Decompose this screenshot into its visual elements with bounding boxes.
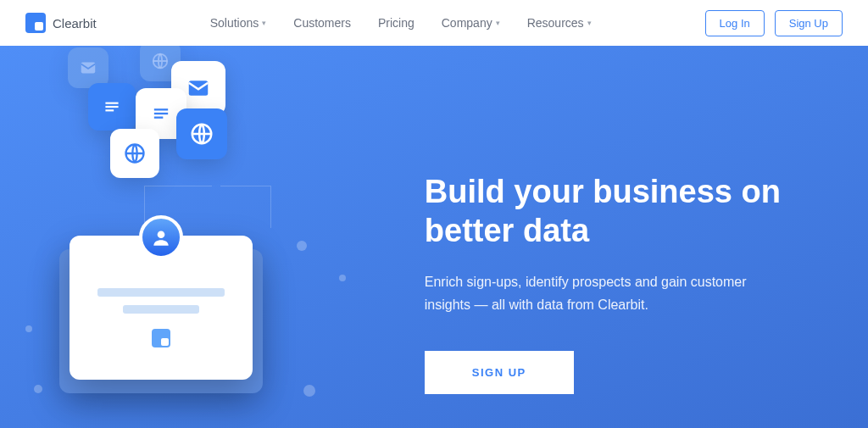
hero-section: Build your business on better data Enric… bbox=[0, 46, 868, 428]
nav-pricing-label: Pricing bbox=[378, 16, 415, 30]
decorative-dot bbox=[339, 275, 346, 281]
svg-rect-3 bbox=[105, 106, 118, 108]
nav-company-label: Company bbox=[442, 16, 492, 30]
svg-rect-8 bbox=[154, 117, 164, 119]
mail-icon bbox=[68, 47, 108, 88]
chevron-down-icon: ▾ bbox=[496, 19, 500, 27]
nav-company[interactable]: Company ▾ bbox=[442, 16, 500, 30]
hero-signup-button[interactable]: SIGN UP bbox=[425, 351, 574, 394]
logo-area[interactable]: Clearbit bbox=[25, 13, 97, 33]
decorative-dot bbox=[34, 385, 42, 393]
hero-content: Build your business on better data Enric… bbox=[391, 46, 868, 428]
document-icon bbox=[88, 83, 136, 131]
hero-headline: Build your business on better data bbox=[425, 173, 868, 250]
nav-resources[interactable]: Resources ▾ bbox=[527, 16, 592, 30]
nav-solutions[interactable]: Solutions ▾ bbox=[210, 16, 267, 30]
profile-card bbox=[70, 236, 253, 380]
decorative-dot bbox=[25, 325, 32, 332]
site-header: Clearbit Solutions ▾ Customers Pricing C… bbox=[0, 0, 868, 46]
login-button[interactable]: Log In bbox=[705, 10, 765, 36]
signup-button[interactable]: Sign Up bbox=[775, 10, 843, 36]
clearbit-logo-icon bbox=[25, 13, 46, 33]
main-nav: Solutions ▾ Customers Pricing Company ▾ … bbox=[210, 16, 592, 30]
brand-name: Clearbit bbox=[53, 16, 97, 31]
nav-solutions-label: Solutions bbox=[210, 16, 259, 30]
globe-icon bbox=[176, 108, 227, 159]
hero-illustration-area bbox=[0, 46, 391, 428]
nav-customers[interactable]: Customers bbox=[293, 16, 351, 30]
auth-buttons: Log In Sign Up bbox=[705, 10, 843, 36]
hero-subhead: Enrich sign-ups, identify prospects and … bbox=[425, 270, 789, 316]
svg-rect-2 bbox=[105, 103, 118, 104]
nav-customers-label: Customers bbox=[293, 16, 351, 30]
svg-rect-6 bbox=[154, 108, 168, 110]
clearbit-logo-icon bbox=[152, 329, 170, 347]
placeholder-line bbox=[97, 288, 225, 297]
decorative-dot bbox=[297, 241, 307, 251]
connector-line bbox=[220, 186, 271, 228]
avatar-icon bbox=[139, 215, 183, 259]
chevron-down-icon: ▾ bbox=[587, 19, 592, 27]
placeholder-line bbox=[123, 305, 199, 314]
svg-point-11 bbox=[158, 231, 165, 238]
globe-icon bbox=[110, 129, 159, 178]
svg-rect-4 bbox=[105, 109, 114, 111]
chevron-down-icon: ▾ bbox=[262, 19, 266, 27]
nav-resources-label: Resources bbox=[527, 16, 584, 30]
svg-rect-7 bbox=[154, 113, 168, 114]
decorative-dot bbox=[303, 385, 315, 397]
hero-illustration bbox=[51, 46, 339, 427]
nav-pricing[interactable]: Pricing bbox=[378, 16, 415, 30]
